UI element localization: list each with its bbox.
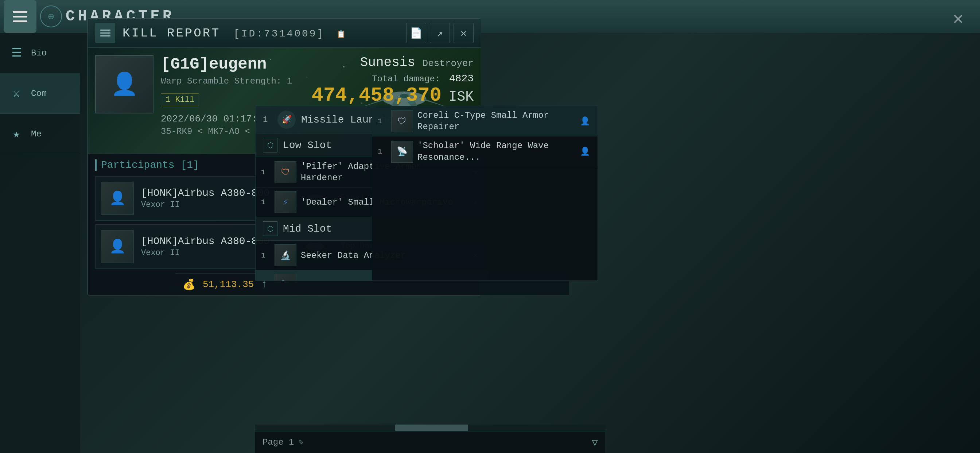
- close-panel-button[interactable]: ✕: [453, 23, 474, 43]
- panel-header: KILL REPORT [ID:7314009] 📋 📄 ↗ ✕: [88, 19, 481, 48]
- export-button[interactable]: ↗: [430, 23, 450, 43]
- item-2-icon: ⚡: [275, 191, 296, 213]
- kill-badge: 1 Kill: [161, 93, 199, 106]
- bio-icon: ☰: [7, 44, 25, 62]
- star-2: [307, 77, 307, 78]
- page-edit-icon[interactable]: ✎: [298, 437, 303, 448]
- panel-id: [ID:7314009]: [234, 28, 325, 39]
- pilot-name: [G1G]eugenn: [161, 55, 328, 73]
- sidebar-item-bio[interactable]: ☰ Bio: [0, 33, 80, 73]
- right-item-1-action[interactable]: 👤: [578, 114, 592, 128]
- sidebar: ☰ Bio ⚔ Com ★ Me: [0, 33, 80, 453]
- mid-slot-label: Mid Slot: [283, 223, 332, 234]
- low-slot-icon: ⬡: [263, 138, 277, 152]
- item-3-icon: 🔬: [275, 244, 296, 266]
- panel-title: KILL REPORT [ID:7314009] 📋: [123, 26, 406, 40]
- mid-slot-icon: ⬡: [263, 222, 277, 236]
- participant-1-avatar: 👤: [101, 182, 134, 215]
- ship-name-row: Sunesis Destroyer: [312, 55, 474, 70]
- ship-type: Destroyer: [423, 58, 474, 69]
- copy-icon[interactable]: 📋: [337, 30, 347, 39]
- right-item-coreli[interactable]: 1 🛡 Coreli C-Type Small Armor Repairer 👤: [372, 106, 598, 136]
- item-4-icon: 🔧: [275, 274, 296, 281]
- damage-value: 4823: [449, 73, 474, 84]
- sidebar-item-medals[interactable]: ★ Me: [0, 114, 80, 154]
- item-2-qty: 1: [261, 198, 270, 206]
- item-1-icon: 🛡: [275, 161, 296, 183]
- sidebar-bio-label: Bio: [31, 48, 47, 58]
- right-item-2-qty: 1: [378, 147, 387, 156]
- wallet-icon: 💰: [183, 278, 196, 291]
- page-bar: Page 1 ✎ ▽: [255, 431, 605, 453]
- star-1: [270, 59, 271, 60]
- right-item-2-action[interactable]: 👤: [578, 144, 592, 159]
- right-item-2-icon: 📡: [391, 141, 413, 163]
- scrollbar-thumb[interactable]: [395, 424, 468, 431]
- isk-value: 474,458,370: [312, 84, 442, 107]
- missile-icon: 🚀: [277, 110, 296, 129]
- missile-qty: 1: [263, 115, 272, 124]
- items-right-panel: 1 🛡 Coreli C-Type Small Armor Repairer 👤…: [372, 106, 598, 281]
- right-item-1-qty: 1: [378, 117, 387, 126]
- isk-row: 474,458,370 ISK: [312, 84, 474, 107]
- panel-menu-button[interactable]: [95, 23, 115, 43]
- pilot-warp: Warp Scramble Strength: 1: [161, 76, 328, 86]
- sidebar-medals-label: Me: [31, 129, 41, 139]
- close-main-button[interactable]: ✕: [947, 7, 969, 29]
- damage-label-row: Total damage: 4823: [312, 73, 474, 84]
- panel-actions: 📄 ↗ ✕: [406, 23, 474, 43]
- bottom-value: 51,113.35: [203, 279, 254, 290]
- medals-icon: ★: [7, 125, 25, 143]
- hamburger-button[interactable]: [4, 0, 37, 33]
- sidebar-item-combat[interactable]: ⚔ Com: [0, 73, 80, 114]
- pilot-avatar: 👤: [95, 55, 153, 113]
- participant-2-avatar: 👤: [101, 230, 134, 263]
- bottom-scrollbar[interactable]: [255, 424, 605, 431]
- combat-icon: ⚔: [7, 84, 25, 102]
- item-3-qty: 1: [261, 251, 270, 260]
- filter-icon[interactable]: ▽: [592, 436, 598, 449]
- page-label: Page 1: [262, 437, 294, 447]
- item-1-qty: 1: [261, 168, 270, 177]
- ship-name: Sunesis: [360, 55, 415, 70]
- document-button[interactable]: 📄: [406, 23, 426, 43]
- sidebar-combat-label: Com: [31, 89, 47, 99]
- right-item-2-name: 'Scholar' Wide Range Wave Resonance...: [417, 140, 578, 163]
- character-logo: ⊕: [40, 5, 62, 27]
- isk-label: ISK: [449, 89, 474, 105]
- right-item-scholar[interactable]: 1 📡 'Scholar' Wide Range Wave Resonance.…: [372, 136, 598, 167]
- right-item-1-name: Coreli C-Type Small Armor Repairer: [417, 110, 578, 132]
- low-slot-label: Low Slot: [283, 140, 332, 151]
- right-item-1-icon: 🛡: [391, 110, 413, 132]
- hamburger-icon: [13, 11, 27, 22]
